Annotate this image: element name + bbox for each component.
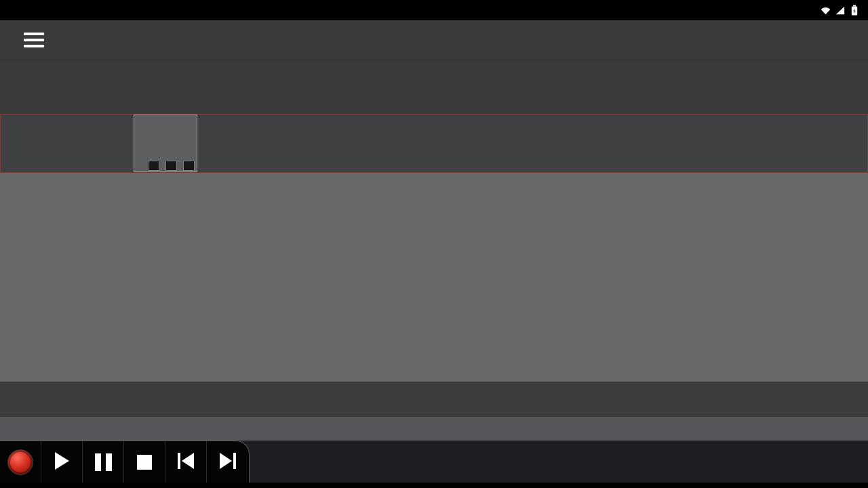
skip-to-end-button[interactable]: [207, 441, 248, 483]
skip-to-start-icon: [176, 452, 196, 472]
status-right-icons: [821, 5, 863, 16]
status-bar: [0, 0, 868, 20]
main-waveform[interactable]: [0, 173, 868, 382]
play-icon: [53, 451, 71, 472]
timeline-ruler[interactable]: [0, 382, 868, 417]
selection-handle-middle[interactable]: [165, 161, 177, 171]
timeline-ticks-canvas: [0, 400, 868, 415]
overview-waveform[interactable]: [0, 114, 868, 173]
skip-to-end-icon: [218, 452, 238, 472]
wifi-icon: [821, 5, 831, 16]
transport-bar: [0, 441, 868, 488]
battery-charging-icon: [849, 5, 859, 16]
selection-handle-right[interactable]: [183, 161, 195, 171]
selection-region[interactable]: [134, 115, 197, 172]
record-button[interactable]: [0, 441, 41, 483]
overview-canvas: [1, 115, 867, 172]
lower-spacer: [0, 417, 868, 441]
play-button[interactable]: [41, 441, 83, 483]
toolbar: [0, 60, 868, 114]
stop-icon: [137, 455, 152, 470]
title-block: [68, 20, 214, 60]
app-header: [0, 20, 868, 60]
record-icon: [7, 449, 33, 475]
skip-to-start-button[interactable]: [165, 441, 207, 483]
cellular-signal-icon: [835, 5, 845, 16]
menu-icon[interactable]: [0, 20, 68, 60]
wavepad-app: [0, 0, 868, 488]
stop-button[interactable]: [124, 441, 165, 483]
selection-handle-left[interactable]: [148, 161, 159, 171]
main-waveform-canvas: [0, 173, 868, 382]
pause-icon: [95, 453, 112, 471]
transport-controls: [0, 441, 250, 483]
pause-button[interactable]: [83, 441, 124, 483]
